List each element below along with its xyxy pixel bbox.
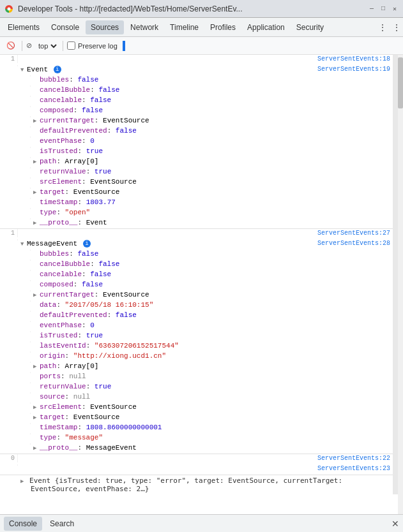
line-num-event	[0, 65, 18, 66]
source-link-me[interactable]: ServerSentEvents:28	[315, 239, 393, 248]
source-link-2[interactable]: ServerSentEvents:27	[315, 229, 393, 237]
bottom-close-button[interactable]: ✕	[392, 519, 399, 529]
prop-target: target: EventSource	[0, 188, 393, 198]
source-link-1[interactable]: ServerSentEvents:18	[315, 55, 393, 63]
menu-item-profiles[interactable]: Profiles	[205, 20, 241, 34]
menu-item-elements[interactable]: Elements	[3, 20, 45, 34]
me-prop-composed: composed: false	[0, 280, 393, 290]
me-proto-toggle[interactable]	[33, 444, 40, 452]
window-controls[interactable]: — □ ✕	[367, 4, 399, 13]
ct-toggle[interactable]	[33, 117, 40, 124]
lnum-ts	[13, 198, 31, 199]
prop-isTrusted: isTrusted: true	[0, 147, 393, 157]
clear-button[interactable]: 🚫	[4, 40, 18, 51]
me-info-icon[interactable]: i	[83, 240, 91, 248]
me-prop-srcElement: srcElement: EventSource	[0, 403, 393, 413]
menu-item-application[interactable]: Application	[242, 20, 290, 34]
me-lc-path: path: Array[0]	[31, 362, 393, 371]
lc-me: MessageEvent i	[18, 239, 315, 248]
lnum-dp	[13, 126, 31, 128]
lnum-cancelable	[13, 96, 31, 97]
menu-kebab-button[interactable]: ⋮	[393, 23, 400, 32]
preserve-log-checkbox[interactable]	[67, 41, 75, 50]
menu-item-timeline[interactable]: Timeline	[165, 20, 204, 34]
filter-icon[interactable]: ⊘	[26, 41, 32, 50]
preserve-log-container: Preserve log	[67, 41, 118, 50]
menu-item-sources[interactable]: Sources	[86, 20, 124, 34]
tab-console[interactable]: Console	[4, 517, 42, 531]
me-toggle[interactable]	[20, 240, 27, 248]
target-toggle[interactable]	[33, 188, 40, 196]
me-lc-co: composed: false	[31, 280, 393, 289]
me-prop-target: target: EventSource	[0, 413, 393, 423]
source-link-3[interactable]: ServerSentEvents:22	[315, 454, 393, 462]
me-lc-ep: eventPhase: 0	[31, 321, 393, 330]
me-lc-src: source: null	[31, 392, 393, 401]
log-line-me-header: MessageEvent i ServerSentEvents:28	[0, 239, 393, 249]
me-lc-lei: lastEventId: "636307206152517544"	[31, 341, 393, 350]
lc-cancelBubble: cancelBubble: false	[31, 85, 393, 94]
menu-item-network[interactable]: Network	[125, 20, 163, 34]
line-num-3b	[0, 464, 18, 466]
bottom-bar: Console Search ✕	[0, 514, 403, 532]
me-lnum-proto	[13, 443, 31, 445]
prop-path: path: Array[0]	[0, 157, 393, 167]
event-info-icon[interactable]: i	[54, 66, 61, 73]
source-link-event[interactable]: ServerSentEvents:19	[315, 65, 393, 73]
me-lnum-it	[13, 331, 31, 332]
line-content-3b	[18, 464, 315, 466]
me-prop-path: path: Array[0]	[0, 362, 393, 372]
prop-cancelBubble: cancelBubble: false	[0, 85, 393, 96]
prop-proto-event: __proto__: Event	[0, 218, 393, 228]
proto1-toggle[interactable]	[33, 219, 40, 226]
lc-composed: composed: false	[31, 106, 393, 115]
collapsed-error-entry[interactable]: ▶ Event {isTrusted: true, type: "error",…	[0, 475, 393, 494]
path-toggle[interactable]	[33, 158, 40, 165]
menu-item-security[interactable]: Security	[291, 20, 329, 34]
me-prop-lastEventId: lastEventId: "636307206152517544"	[0, 341, 393, 351]
tab-search[interactable]: Search	[45, 517, 79, 531]
lc-ts: timeStamp: 1803.77	[31, 198, 393, 207]
me-prop-ports: ports: null	[0, 372, 393, 382]
source-link-3b[interactable]: ServerSentEvents:23	[315, 464, 393, 473]
me-lc-data: data: "2017/05/18 16:10:15"	[31, 300, 393, 309]
lc-se: srcElement: EventSource	[31, 177, 393, 186]
me-ct-toggle[interactable]	[33, 291, 40, 299]
prop-timeStamp: timeStamp: 1803.77	[0, 198, 393, 208]
me-lc-type: type: "message"	[31, 433, 393, 442]
me-lnum-or	[13, 351, 31, 353]
line-content-3	[18, 454, 315, 455]
minimize-button[interactable]: —	[367, 4, 376, 13]
me-lc-tgt: target: EventSource	[31, 413, 393, 422]
log-content-area[interactable]: 1 ServerSentEvents:18 Event i ServerSent…	[0, 55, 398, 514]
me-lnum-ts	[13, 423, 31, 424]
me-prop-eventPhase: eventPhase: 0	[0, 321, 393, 331]
prop-eventPhase: eventPhase: 0	[0, 137, 393, 147]
context-selector[interactable]: top	[36, 41, 59, 50]
me-prop-returnValue: returnValue: true	[0, 382, 393, 392]
me-path-toggle[interactable]	[33, 362, 40, 370]
lc-rv: returnValue: true	[31, 167, 393, 176]
title-bar: Developer Tools - http://[redacted]/WebT…	[0, 0, 403, 18]
lnum-it	[13, 147, 31, 148]
me-lnum-tgt	[13, 413, 31, 414]
me-se-toggle[interactable]	[33, 403, 40, 411]
maximize-button[interactable]: □	[379, 4, 388, 13]
event-toggle[interactable]	[20, 66, 27, 73]
me-prop-timeStamp: timeStamp: 1808.8600000000001	[0, 423, 393, 433]
scrollbar[interactable]	[398, 55, 403, 514]
menu-item-console[interactable]: Console	[46, 20, 84, 34]
me-prop-defaultPrevented: defaultPrevented: false	[0, 311, 393, 321]
me-lc-se: srcElement: EventSource	[31, 403, 393, 411]
me-prop-source: source: null	[0, 392, 393, 403]
lnum-cancelBubble	[13, 85, 31, 87]
me-lnum-co	[13, 280, 31, 281]
me-tgt-toggle[interactable]	[33, 413, 40, 421]
scroll-thumb[interactable]	[398, 57, 403, 108]
log-line-3: 0 ServerSentEvents:22	[0, 454, 393, 464]
menu-more-button[interactable]: ⋮	[375, 22, 390, 33]
log-line-2: 1 ServerSentEvents:27	[0, 229, 393, 239]
close-button[interactable]: ✕	[390, 4, 399, 13]
me-lnum-ca	[13, 270, 31, 271]
window-title: Developer Tools - http://[redacted]/WebT…	[18, 4, 362, 13]
